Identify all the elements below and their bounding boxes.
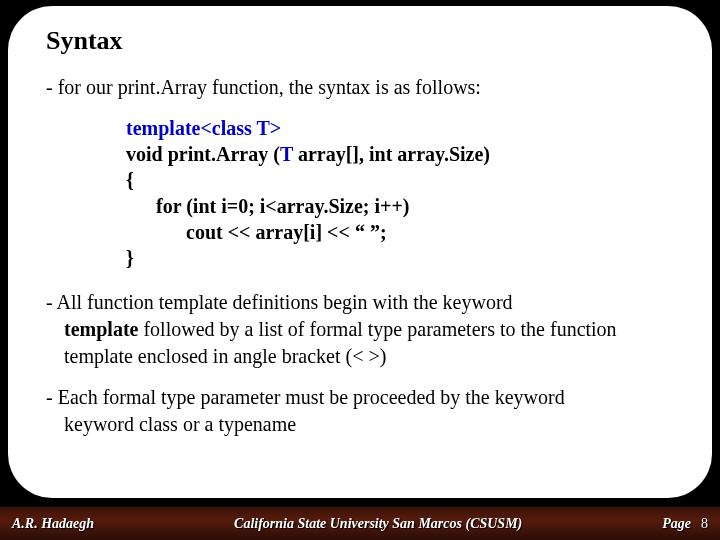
code-line-1: template<class T> (126, 115, 674, 141)
footer-university: California State University San Marcos (… (94, 516, 662, 532)
code-kw-tail: > (270, 117, 281, 139)
para1-kw-template: template (64, 318, 138, 340)
code-line-6: } (126, 245, 674, 271)
code-typevar-2: T (280, 143, 293, 165)
code-line-5: cout << array[i] << “ ”; (126, 219, 674, 245)
footer-author: A.R. Hadaegh (12, 516, 94, 532)
paragraph-1: - All function template definitions begi… (46, 289, 674, 370)
code-sig-b: array[], int array.Size) (293, 143, 490, 165)
para1-text-a: - All function template definitions begi… (46, 291, 513, 313)
para2-kw-class: class (139, 413, 178, 435)
para2-kw-typename: typename (218, 413, 296, 435)
code-line-3: { (126, 167, 674, 193)
para1-text-c: followed by a list of formal type parame… (64, 318, 617, 367)
footer-page: Page 8 (662, 516, 708, 532)
para1-sub: template followed by a list of formal ty… (46, 316, 674, 370)
code-line-4: for (int i=0; i<array.Size; i++) (126, 193, 674, 219)
para2-text-c: or a (178, 413, 219, 435)
para2-sub: keyword class or a typename (46, 413, 296, 435)
slide-title: Syntax (46, 26, 674, 56)
paragraph-2: - Each formal type parameter must be pro… (46, 384, 674, 438)
code-block: template<class T> void print.Array (T ar… (126, 115, 674, 271)
para2-lead: keyword (64, 413, 139, 435)
code-line-2: void print.Array (T array[], int array.S… (126, 141, 674, 167)
code-typevar-1: T (256, 117, 269, 139)
footer-page-label: Page (662, 516, 691, 532)
slide-card: Syntax - for our print.Array function, t… (8, 6, 712, 498)
code-kw-template: template<class (126, 117, 256, 139)
intro-line: - for our print.Array function, the synt… (46, 74, 674, 101)
code-sig-a: void print.Array ( (126, 143, 280, 165)
footer-bar: A.R. Hadaegh California State University… (0, 506, 720, 540)
footer-page-number: 8 (701, 516, 708, 532)
para2-text-a: - Each formal type parameter must be pro… (46, 386, 565, 408)
